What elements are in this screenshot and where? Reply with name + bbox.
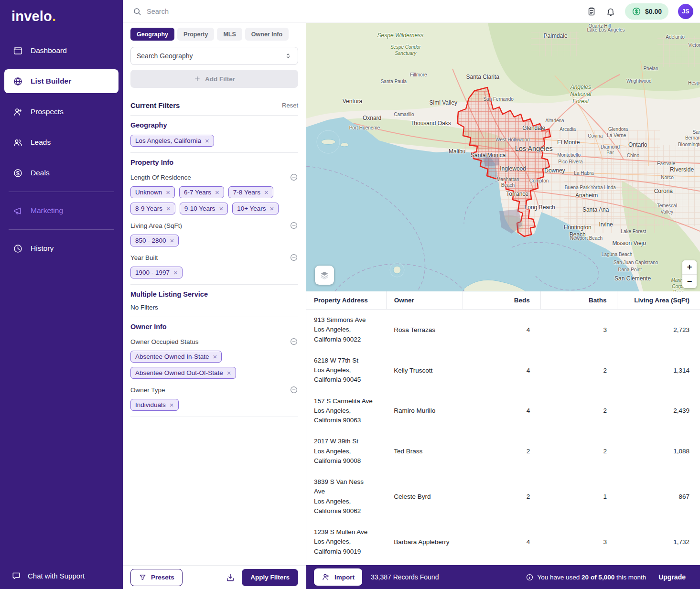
filter-tag[interactable]: 10+ Years×	[232, 203, 279, 214]
remove-group-icon[interactable]	[290, 253, 298, 262]
filter-tag[interactable]: 8-9 Years×	[130, 203, 175, 214]
plus-icon	[194, 75, 201, 83]
table-header-row: Property AddressOwnerBedsBathsLiving Are…	[306, 291, 700, 310]
filter-tag[interactable]: 7-8 Years×	[228, 186, 273, 198]
tab-geography[interactable]: Geography	[130, 28, 174, 41]
remove-group-icon[interactable]	[290, 173, 298, 182]
filter-tag[interactable]: 850 - 2800×	[130, 235, 179, 246]
chat-icon	[11, 571, 21, 580]
tab-property[interactable]: Property	[177, 28, 214, 41]
notifications-button[interactable]	[606, 7, 615, 16]
search-input[interactable]	[147, 8, 347, 15]
history-icon	[13, 244, 23, 254]
reset-filters-button[interactable]: Reset	[282, 102, 298, 109]
export-button[interactable]	[226, 573, 235, 582]
filter-group-label: Owner Type	[130, 386, 165, 394]
remove-tag-icon[interactable]: ×	[205, 137, 209, 144]
remove-group-icon[interactable]	[290, 221, 298, 230]
remove-tag-icon[interactable]: ×	[264, 189, 269, 196]
filter-footer: Presets Apply Filters	[123, 565, 306, 589]
table-row[interactable]: 157 S Carmelita Ave Los Angeles, Califor…	[306, 391, 700, 431]
sidebar-item-dashboard[interactable]: Dashboard	[4, 39, 118, 63]
chat-with-support[interactable]: Chat with Support	[0, 563, 123, 589]
remove-tag-icon[interactable]: ×	[166, 205, 171, 212]
remove-group-icon[interactable]	[290, 386, 298, 394]
avatar[interactable]: JS	[678, 4, 693, 19]
sidebar-item-label: History	[31, 244, 54, 253]
table-row[interactable]: 3839 S Van Ness Ave Los Angeles, Califor…	[306, 471, 700, 522]
table-row[interactable]: 913 Simmons Ave Los Angeles, California …	[306, 310, 700, 350]
filter-tag-label: Individuals	[135, 401, 166, 408]
upgrade-button[interactable]: Upgrade	[658, 573, 686, 581]
remove-tag-icon[interactable]: ×	[215, 189, 219, 196]
sidebar-item-prospects[interactable]: Prospects	[4, 100, 118, 124]
sidebar-item-marketing[interactable]: Marketing	[4, 199, 118, 223]
filter-tag[interactable]: 1900 - 1997×	[130, 267, 183, 278]
search-geography-select[interactable]: Search Geography	[130, 47, 298, 65]
sidebar-divider	[9, 229, 114, 230]
sidebar-item-deals[interactable]: Deals	[4, 161, 118, 185]
filter-tag[interactable]: Absentee Owned Out-Of-State×	[130, 367, 236, 379]
filter-group-label: Year Built	[130, 254, 158, 261]
tasks-button[interactable]	[587, 7, 596, 16]
beds-cell: 4	[463, 350, 540, 391]
zoom-out-button[interactable]: −	[682, 274, 697, 288]
remove-tag-icon[interactable]: ×	[173, 269, 178, 276]
table-row[interactable]: 2017 W 39th St Los Angeles, California 9…	[306, 431, 700, 471]
property-address-cell: 1239 S Mullen Ave Los Angeles, Californi…	[306, 522, 386, 562]
apply-filters-button[interactable]: Apply Filters	[242, 569, 298, 586]
sidebar-nav: DashboardList BuilderProspectsLeadsDeals…	[0, 39, 123, 260]
property-address-cell: 6218 W 77th St Los Angeles, California 9…	[306, 350, 386, 391]
main-area: Quartz HillLake Los AngelesSespe Wildern…	[306, 23, 700, 589]
filter-tag[interactable]: 6-7 Years×	[179, 186, 224, 198]
remove-tag-icon[interactable]: ×	[227, 369, 231, 376]
map-layers-button[interactable]	[315, 266, 334, 285]
prospects-icon	[13, 107, 23, 117]
remove-tag-icon[interactable]: ×	[213, 353, 217, 360]
tab-owner-info[interactable]: Owner Info	[245, 28, 289, 41]
property-address-cell: 2017 W 39th St Los Angeles, California 9…	[306, 431, 386, 471]
column-header-property-address: Property Address	[306, 291, 386, 310]
owner-cell: Ted Brass	[386, 431, 463, 471]
records-found-text: 33,387 Records Found	[371, 573, 439, 581]
filter-tag[interactable]: 9-10 Years×	[180, 203, 228, 214]
download-icon	[226, 573, 235, 582]
add-filter-button[interactable]: Add Filter	[130, 70, 298, 88]
sidebar-item-leads[interactable]: Leads	[4, 130, 118, 154]
zoom-in-button[interactable]: +	[682, 260, 697, 274]
remove-tag-icon[interactable]: ×	[170, 401, 174, 408]
table-row[interactable]: 1239 S Mullen Ave Los Angeles, Californi…	[306, 522, 700, 562]
owner-cell: Rosa Terrazas	[386, 310, 463, 350]
column-header-baths: Baths	[540, 291, 617, 310]
presets-button[interactable]: Presets	[130, 569, 183, 586]
remove-group-icon[interactable]	[290, 337, 298, 346]
filter-tag[interactable]: Los Angeles, California×	[130, 135, 214, 147]
filter-tag[interactable]: Individuals×	[130, 399, 179, 411]
filter-tag[interactable]: Absentee Owned In-State×	[130, 351, 222, 363]
remove-tag-icon[interactable]: ×	[219, 205, 223, 212]
current-filters-title: Current Filters	[130, 101, 180, 109]
tab-mls[interactable]: MLS	[217, 28, 242, 41]
statusbar: Import 33,387 Records Found You have use…	[306, 565, 700, 589]
filter-tag-label: Absentee Owned In-State	[135, 353, 209, 360]
filter-group-header: Length Of Residence	[130, 173, 298, 182]
table-row[interactable]: 6218 W 77th St Los Angeles, California 9…	[306, 350, 700, 391]
map[interactable]: Quartz HillLake Los AngelesSespe Wildern…	[306, 23, 700, 291]
remove-tag-icon[interactable]: ×	[170, 237, 174, 244]
balance-button[interactable]: $0.00	[625, 3, 668, 20]
import-button[interactable]: Import	[314, 568, 362, 586]
filter-section-geography: GeographyLos Angeles, California×	[130, 121, 298, 147]
topbar-right: $0.00 JS	[587, 3, 693, 20]
sidebar-item-label: List Builder	[31, 77, 71, 86]
sidebar-divider	[9, 192, 114, 192]
remove-tag-icon[interactable]: ×	[270, 205, 274, 212]
results-table-container: Property AddressOwnerBedsBathsLiving Are…	[306, 291, 700, 565]
filter-tag-label: 7-8 Years	[233, 189, 260, 196]
sidebar-item-list-builder[interactable]: List Builder	[4, 69, 118, 93]
sidebar-item-history[interactable]: History	[4, 236, 118, 260]
current-filters-header: Current Filters Reset	[130, 96, 298, 115]
owner-cell: Celeste Byrd	[386, 471, 463, 522]
filter-tag[interactable]: Unknown×	[130, 186, 175, 198]
owner-cell: Ramiro Murillo	[386, 391, 463, 431]
remove-tag-icon[interactable]: ×	[166, 189, 170, 196]
